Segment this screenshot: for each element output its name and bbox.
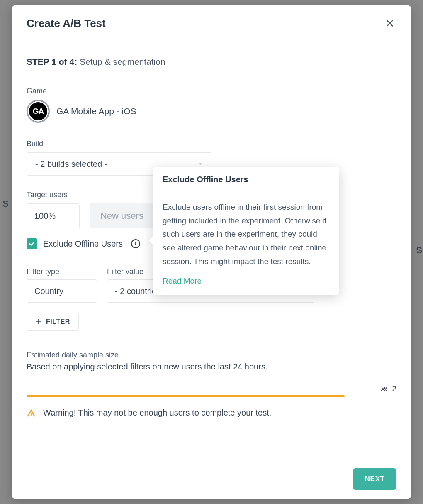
build-label: Build xyxy=(27,139,396,148)
tooltip-body: Exclude users offline in their first ses… xyxy=(153,192,339,272)
exclude-offline-tooltip: Exclude Offline Users Exclude users offl… xyxy=(153,167,339,295)
info-icon[interactable]: i xyxy=(131,239,140,248)
warning-row: Warning! This may not be enough users to… xyxy=(27,408,396,418)
close-button[interactable] xyxy=(383,17,396,30)
game-label: Game xyxy=(27,87,396,95)
filter-type-select[interactable]: Country xyxy=(27,279,97,303)
exclude-offline-checkbox[interactable] xyxy=(27,238,37,249)
sample-count-row: 2 xyxy=(27,384,396,394)
next-button[interactable]: NEXT xyxy=(353,468,396,490)
game-field: Game GA GA Mobile App - iOS xyxy=(27,87,396,123)
add-filter-label: FILTER xyxy=(46,318,70,325)
exclude-offline-label: Exclude Offline Users xyxy=(43,239,123,249)
step-indicator: STEP 1 of 4: Setup & segmentation xyxy=(27,57,396,67)
filter-type-column: Filter type Country xyxy=(27,267,97,303)
tooltip-arrow xyxy=(148,235,153,245)
close-icon xyxy=(385,19,394,28)
background-text-left: S xyxy=(2,198,9,209)
modal-header: Create A/B Test xyxy=(12,5,411,40)
step-number: STEP 1 of 4: xyxy=(27,57,77,66)
build-selected-text: - 2 builds selected - xyxy=(35,159,107,169)
game-row: GA GA Mobile App - iOS xyxy=(27,100,396,123)
estimate-section: Estimated daily sample size Based on app… xyxy=(27,351,396,418)
users-icon xyxy=(379,385,389,393)
step-title: Setup & segmentation xyxy=(80,57,165,66)
warning-icon xyxy=(27,409,36,418)
new-users-toggle[interactable]: New users xyxy=(90,203,154,228)
add-filter-button[interactable]: FILTER xyxy=(27,313,79,331)
tooltip-read-more-link[interactable]: Read More xyxy=(153,272,212,295)
game-name: GA Mobile App - iOS xyxy=(56,106,136,116)
modal-body: STEP 1 of 4: Setup & segmentation Game G… xyxy=(12,40,411,459)
create-ab-test-modal: Create A/B Test STEP 1 of 4: Setup & seg… xyxy=(12,5,411,499)
check-icon xyxy=(29,240,35,247)
estimate-label: Estimated daily sample size xyxy=(27,351,396,360)
modal-footer: NEXT xyxy=(12,459,411,499)
tooltip-title: Exclude Offline Users xyxy=(153,167,339,192)
sample-progress-bar xyxy=(27,395,345,397)
modal-title: Create A/B Test xyxy=(27,17,106,30)
estimate-description: Based on applying selected filters on ne… xyxy=(27,362,396,372)
plus-icon xyxy=(35,318,42,325)
target-percent-input[interactable]: 100% xyxy=(27,203,80,228)
game-app-icon: GA xyxy=(27,100,50,123)
background-text-right: S xyxy=(416,245,422,256)
sample-count-value: 2 xyxy=(392,384,396,394)
svg-point-4 xyxy=(382,387,384,389)
warning-text: Warning! This may not be enough users to… xyxy=(43,408,271,418)
svg-point-5 xyxy=(384,387,386,389)
filter-type-label: Filter type xyxy=(27,267,97,276)
